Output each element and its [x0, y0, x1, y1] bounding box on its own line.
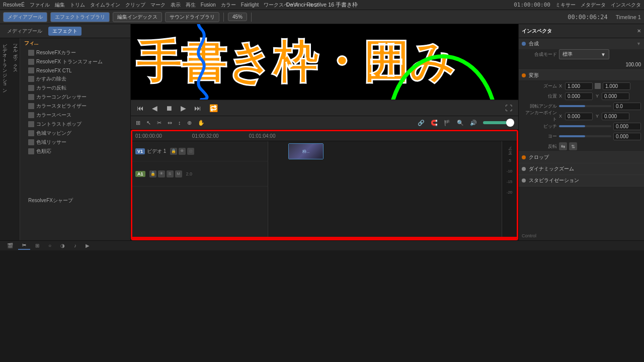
crop-header[interactable]: クロップ — [519, 152, 644, 163]
menu-fusion[interactable]: Fusion — [201, 2, 216, 8]
mixer-button[interactable]: ミキサー — [555, 2, 576, 9]
tab-effects-library[interactable]: エフェクト — [48, 27, 82, 36]
rotation-input[interactable] — [613, 103, 641, 110]
tl-btn-grid[interactable]: ⊞ — [134, 119, 142, 127]
video-clip-1[interactable]: 枠... — [288, 143, 324, 159]
bottom-tab-fairlight[interactable]: ♪ — [70, 242, 80, 249]
pos-x-input[interactable] — [565, 93, 593, 100]
bottom-tab-cut[interactable]: ✂ — [18, 241, 30, 250]
effects-library-button[interactable]: エフェクトライブラリ — [50, 12, 110, 22]
btn-go-end[interactable]: ⏭ — [192, 103, 203, 113]
fx-item-limiter[interactable]: 色域リッサー — [20, 138, 130, 147]
rotation-slider[interactable] — [559, 105, 611, 107]
tl-btn-speaker[interactable]: 🔊 — [468, 119, 479, 127]
blend-section-header[interactable]: 合成 ▼ — [519, 38, 644, 49]
menu-trim[interactable]: トリム — [70, 2, 85, 9]
bottom-tab-deliver[interactable]: ▶ — [82, 242, 94, 249]
fx-item-order[interactable]: 色順応 — [20, 147, 130, 156]
blend-mode-dropdown[interactable]: 標準 ▼ — [559, 49, 609, 59]
tl-btn-blade[interactable]: ✂ — [155, 119, 164, 127]
category-video-trans[interactable]: ビデオトランジション — [2, 40, 8, 238]
fx-item-resolve-ctl[interactable]: ResolveFX CTL — [20, 66, 130, 74]
inspector-button[interactable]: インスペクタ — [611, 2, 641, 9]
tl-btn-zoom[interactable]: ⊕ — [185, 119, 194, 127]
fx-item-lut[interactable]: 色城マッピング — [20, 129, 130, 138]
transform-header[interactable]: 変形 — [519, 70, 644, 81]
btn-play[interactable]: ▶ — [179, 103, 188, 113]
track-eye-v1[interactable]: 👁 — [179, 148, 186, 155]
fx-item-invert[interactable]: カラーの反転 — [20, 83, 130, 93]
menu-color[interactable]: カラー — [221, 2, 236, 9]
anchor-x-input[interactable] — [565, 113, 593, 120]
flip-h-button[interactable]: ⇆ — [559, 142, 567, 150]
category-toolbar[interactable]: ツールボックス — [12, 40, 19, 238]
btn-loop[interactable]: 🔁 — [207, 103, 220, 113]
menu-fairlight[interactable]: Fairlight — [241, 2, 259, 8]
edit-index-button[interactable]: 編集インデックス — [113, 12, 162, 22]
menu-playback[interactable]: 再生 — [186, 2, 196, 9]
menu-file[interactable]: ファイル — [30, 2, 50, 9]
menu-mark[interactable]: マーク — [150, 2, 166, 9]
fx-item-resolve-transform[interactable]: ResolveFX トランスフォーム — [20, 57, 130, 66]
anchor-y-input[interactable] — [602, 113, 629, 120]
tl-btn-zoom-out[interactable]: 🔍 — [455, 119, 466, 127]
inspector-close[interactable]: ✕ — [637, 28, 641, 34]
bottom-tab-media[interactable]: 🎬 — [3, 242, 17, 249]
opacity-value: 100.00 — [625, 62, 641, 67]
tl-btn-flag[interactable]: 🏴 — [442, 119, 453, 127]
btn-fullscreen[interactable]: ⛶ — [503, 103, 514, 113]
zoom-button[interactable]: 45% — [228, 13, 247, 21]
menu-view[interactable]: 表示 — [171, 2, 181, 9]
tl-btn-hand[interactable]: ✋ — [196, 119, 207, 127]
track-clip-v1[interactable]: □ — [187, 148, 194, 155]
pitch-input[interactable] — [613, 123, 641, 130]
fx-section-header[interactable]: フィ... — [20, 38, 130, 48]
bottom-tab-edit[interactable]: ⊞ — [31, 242, 43, 249]
fx-item-dehaze[interactable]: かすみの除去 — [20, 74, 130, 83]
fx-item-colorspace[interactable]: カラースペース — [20, 111, 130, 120]
crop-label: クロップ — [529, 154, 549, 161]
btn-stop[interactable]: ⏹ — [164, 103, 175, 113]
dynamic-zoom-header[interactable]: ダイナミックズーム — [519, 163, 644, 174]
track-lock-a1[interactable]: 🔒 — [149, 170, 156, 177]
menu-clip[interactable]: クリップ — [125, 2, 145, 9]
tc-2: 01:01:04:00 — [249, 133, 276, 139]
stabilization-header[interactable]: スタビライゼーション — [519, 175, 644, 186]
metadata-button[interactable]: メタデータ — [581, 2, 606, 9]
track-m-a1[interactable]: M — [175, 170, 182, 177]
tl-btn-dynamic[interactable]: ↕ — [176, 119, 183, 127]
menu-edit[interactable]: 編集 — [55, 2, 65, 9]
track-eye-a1[interactable]: 👁 — [158, 170, 165, 177]
tab-media-pool[interactable]: メディアプール — [3, 27, 46, 36]
yaw-slider[interactable] — [559, 135, 611, 137]
tl-btn-cursor[interactable]: ↖ — [144, 119, 153, 127]
menu-resolve[interactable]: ResolveÉ — [3, 2, 25, 8]
flip-v-button[interactable]: ⇅ — [569, 142, 577, 150]
bottom-tab-fusion[interactable]: ○ — [44, 242, 55, 249]
fx-item-stabilizer[interactable]: カラースタビライザー — [20, 102, 130, 111]
tl-btn-link[interactable]: 🔗 — [416, 119, 427, 127]
pitch-slider[interactable] — [559, 125, 611, 127]
link-icon[interactable] — [595, 83, 601, 89]
fx-item-compressor[interactable]: カラーコングレッサー — [20, 93, 130, 102]
tl-btn-move[interactable]: ⇔ — [166, 119, 174, 127]
btn-go-start[interactable]: ⏮ — [135, 103, 146, 113]
zoom-x-input[interactable] — [565, 82, 593, 90]
menu-timeline[interactable]: タイムライン — [90, 2, 120, 9]
volume-slider-thumb[interactable] — [506, 119, 514, 127]
media-pool-button[interactable]: メディアプール — [3, 12, 47, 22]
fx-item-contrast[interactable]: コントラストポップ — [20, 120, 130, 129]
fx-item-resolve-color[interactable]: ResolveFXカラー — [20, 48, 130, 57]
pos-y-input[interactable] — [602, 93, 629, 100]
position-row: 位置 X Y — [519, 91, 644, 101]
track-lock-v1[interactable]: 🔒 — [170, 148, 177, 155]
yaw-input[interactable] — [613, 133, 641, 140]
zoom-y-input[interactable] — [603, 82, 630, 90]
btn-prev-frame[interactable]: ◀ — [150, 103, 159, 113]
fx-item-label-7: カラースタビライザー — [36, 103, 87, 110]
tl-btn-snap[interactable]: 🧲 — [429, 119, 440, 127]
clip-label: 枠... — [302, 149, 310, 154]
sound-library-button[interactable]: サウンドライブラリ — [165, 12, 219, 22]
bottom-tab-color[interactable]: ◑ — [56, 242, 69, 249]
track-s-a1[interactable]: S — [167, 170, 174, 177]
